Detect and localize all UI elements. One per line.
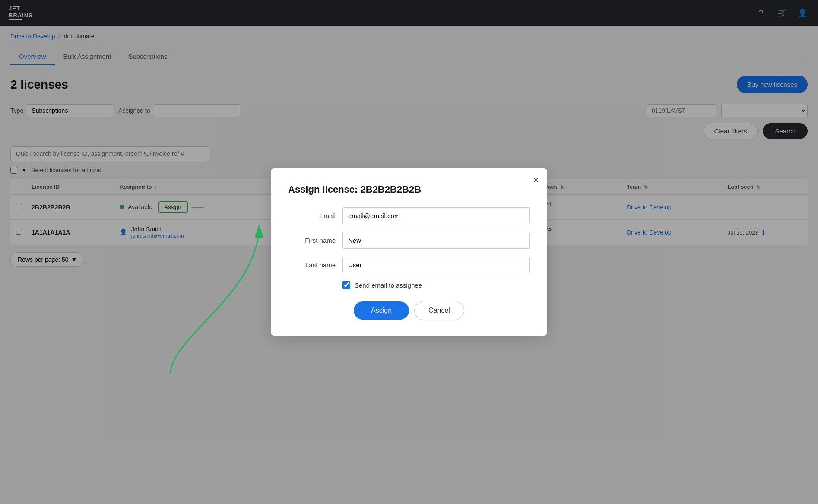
modal-actions: Assign Cancel bbox=[288, 301, 530, 320]
firstname-label: First name bbox=[288, 237, 336, 244]
send-email-checkbox[interactable] bbox=[342, 281, 350, 289]
email-label: Email bbox=[288, 212, 336, 219]
lastname-label: Last name bbox=[288, 261, 336, 269]
modal-overlay: × Assign license: 2B2B2B2B2B Email First… bbox=[0, 0, 818, 504]
firstname-input[interactable] bbox=[342, 232, 530, 249]
lastname-input[interactable] bbox=[342, 257, 530, 273]
email-input[interactable] bbox=[342, 207, 530, 224]
email-form-row: Email bbox=[288, 207, 530, 224]
send-email-row: Send email to assignee bbox=[342, 281, 530, 289]
modal-close-button[interactable]: × bbox=[533, 175, 539, 185]
send-email-label: Send email to assignee bbox=[355, 282, 422, 289]
firstname-form-row: First name bbox=[288, 232, 530, 249]
modal-cancel-button[interactable]: Cancel bbox=[414, 301, 464, 320]
assign-license-modal: × Assign license: 2B2B2B2B2B Email First… bbox=[271, 168, 547, 336]
modal-title: Assign license: 2B2B2B2B2B bbox=[288, 184, 530, 195]
modal-assign-button[interactable]: Assign bbox=[354, 301, 409, 320]
lastname-form-row: Last name bbox=[288, 257, 530, 273]
